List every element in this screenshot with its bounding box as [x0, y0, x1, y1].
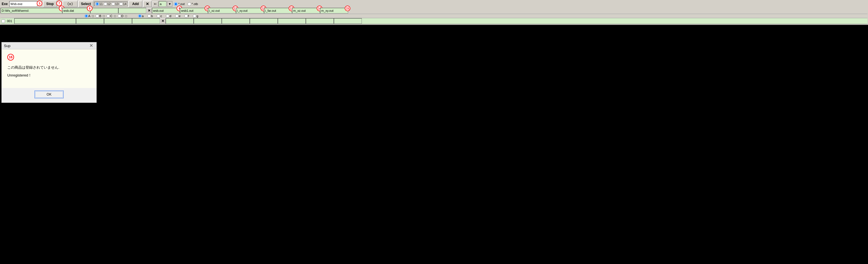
radio-12-label: 12 [107, 2, 111, 6]
exe-input[interactable] [9, 1, 37, 7]
radio-g[interactable]: g [193, 14, 198, 18]
otb-label: *.otb [192, 2, 198, 6]
dropdown-arrow-button[interactable]: ▼ [167, 1, 173, 7]
radio-14[interactable]: 14 [119, 2, 126, 6]
row-001-out[interactable] [166, 18, 194, 24]
radio-g-label: g [196, 14, 198, 18]
radio-13-label: 13 [115, 2, 119, 6]
main-area [0, 25, 868, 253]
radio-f[interactable]: f [184, 14, 189, 18]
radio-A[interactable]: A [85, 14, 90, 18]
radio-12[interactable]: 12 [104, 2, 111, 6]
row-001-col1[interactable] [14, 18, 76, 24]
exe-label: Exe [1, 2, 9, 6]
file-path-input[interactable] [1, 8, 62, 13]
radio-D-label: D [121, 14, 124, 18]
dialog-message2: Unregistered！ [7, 73, 91, 78]
radio-C-label: C [110, 14, 113, 18]
radio-12-input[interactable] [104, 2, 107, 6]
row-001-out1[interactable] [194, 18, 222, 24]
stop-button[interactable]: Stop [43, 1, 57, 7]
radio-e[interactable]: e [175, 14, 181, 18]
radio-c-label: c [160, 14, 162, 18]
radio-D[interactable]: D [118, 14, 124, 18]
toolbar-row1: Exe 5 Stop 7 〈=〉 Select 11 12 13 [1, 1, 867, 7]
mxy-file-input[interactable] [320, 8, 348, 13]
toolbar-row2: 7 8 ✕ 9 10 11 12 13 14 [1, 8, 867, 13]
radio-11-label: 11 [99, 2, 102, 6]
dialog-close-button[interactable]: ✕ [88, 43, 94, 48]
dialog-title: Sup [4, 44, 10, 48]
radio-a-label: a [142, 14, 144, 18]
row-001-mxz[interactable] [306, 18, 334, 24]
radio-13-input[interactable] [112, 2, 115, 6]
out-label: *.out [178, 2, 185, 6]
dialog-sup: Sup ✕ 16 この商品は登録されていません. Unregistered！ O… [1, 42, 97, 103]
row-001-col3[interactable] [104, 18, 132, 24]
radio-c[interactable]: c [157, 14, 162, 18]
dialog-badge-16: 16 [7, 54, 14, 61]
badge-5: 5 [37, 1, 42, 6]
dialog-body: 16 この商品は登録されていません. Unregistered！ [2, 49, 96, 88]
out1-file-input[interactable] [180, 8, 208, 13]
radio-11-input[interactable] [96, 2, 99, 6]
radio-a[interactable]: a [138, 14, 144, 18]
dialog-footer: OK [2, 88, 96, 103]
radio-d-label: d [169, 14, 171, 18]
badge-8: 8 [87, 6, 92, 11]
col3-input[interactable] [90, 8, 118, 13]
radio-13[interactable]: 13 [112, 2, 119, 6]
far-file-input[interactable] [264, 8, 292, 13]
radio-14-input[interactable] [119, 2, 123, 6]
badge-15: 15 [345, 6, 350, 11]
radio-d[interactable]: d [166, 14, 171, 18]
radio-C[interactable]: C [106, 14, 113, 18]
badge-7: 7 [56, 1, 62, 6]
data-row-001: 001 ✕ [1, 18, 867, 24]
radio-B-label: B [99, 14, 101, 18]
section-header-row: A □ B □ C □ D □ a [1, 14, 867, 18]
dialog-titlebar: Sup ✕ [2, 42, 96, 49]
radio-A-label: A [88, 14, 90, 18]
row-001-xy[interactable] [250, 18, 278, 24]
row-001-checkbox[interactable] [1, 19, 5, 23]
row-001-xz[interactable] [222, 18, 250, 24]
close-button[interactable]: ✕ [143, 1, 152, 7]
mxz-file-input[interactable] [292, 8, 320, 13]
dialog-ok-button[interactable]: OK [35, 91, 63, 98]
toolbar-area: Exe 5 Stop 7 〈=〉 Select 11 12 13 [0, 0, 868, 25]
dat-file-input[interactable] [62, 8, 90, 13]
radio-b-label: b [151, 14, 153, 18]
arrow-left-button[interactable]: ⇐ [152, 1, 158, 7]
star-button[interactable]: ✕ [146, 8, 152, 13]
arrow-button[interactable]: 〈=〉 [62, 1, 78, 7]
out-file-input[interactable] [152, 8, 180, 13]
radio-out[interactable] [174, 2, 178, 6]
radio-f-label: f [188, 14, 189, 18]
row-001-col2[interactable] [76, 18, 104, 24]
row-checkbox-cell[interactable] [1, 19, 6, 23]
row-001-star[interactable]: ✕ [160, 18, 166, 24]
xy-file-input[interactable] [236, 8, 264, 13]
radio-B[interactable]: B [96, 14, 101, 18]
radio-11[interactable]: 11 [96, 2, 102, 6]
radio-14-label: 14 [123, 2, 126, 6]
radio-e-label: e [179, 14, 181, 18]
radio-b[interactable]: b [148, 14, 153, 18]
row-001-col4[interactable] [132, 18, 160, 24]
col4-input[interactable] [118, 8, 146, 13]
row-001-mxy[interactable] [334, 18, 362, 24]
xz-file-input[interactable] [208, 8, 236, 13]
add-button[interactable]: Add [128, 1, 143, 7]
row-001-num: 001 [6, 19, 14, 23]
dropdown-input[interactable] [159, 1, 166, 7]
radio-otb[interactable] [187, 2, 191, 6]
row-001-far[interactable] [278, 18, 306, 24]
dialog-message1: この商品は登録されていません. [7, 65, 91, 70]
